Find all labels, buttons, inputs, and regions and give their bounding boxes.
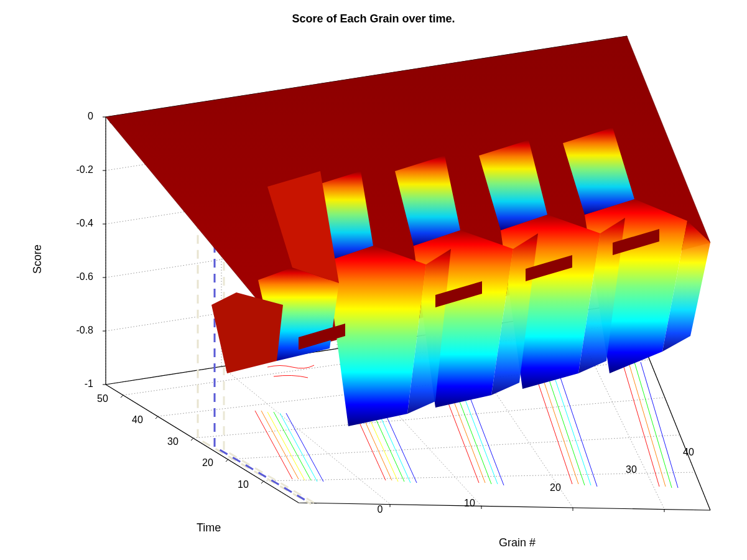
z-tick-0: 0 <box>68 111 93 122</box>
z-tick-2: -0.4 <box>68 218 93 229</box>
svg-line-54 <box>261 481 264 483</box>
svg-line-52 <box>191 438 193 441</box>
x-tick-10: 10 <box>460 498 479 509</box>
surface <box>106 36 710 426</box>
y-tick-30: 30 <box>164 436 182 447</box>
y-tick-20: 20 <box>198 457 217 469</box>
plot-canvas: Score of Each Grain over time. Score Gra… <box>0 0 747 560</box>
svg-line-50 <box>121 395 123 398</box>
y-tick-10: 10 <box>234 479 253 490</box>
svg-marker-39 <box>211 292 283 373</box>
x-tick-20: 20 <box>546 482 565 493</box>
z-tick-5: -1 <box>68 378 93 390</box>
svg-line-15 <box>228 435 680 459</box>
svg-line-53 <box>226 459 228 462</box>
x-tick-40: 40 <box>679 447 698 458</box>
y-tick-50: 50 <box>93 393 112 404</box>
z-tick-4: -0.8 <box>68 325 93 336</box>
z-tick-1: -0.2 <box>68 164 93 175</box>
x-tick-0: 0 <box>371 504 389 515</box>
x-tick-30: 30 <box>622 464 641 475</box>
svg-line-51 <box>155 416 158 419</box>
y-tick-40: 40 <box>128 414 147 426</box>
surface-svg <box>0 0 747 560</box>
z-tick-3: -0.6 <box>68 271 93 282</box>
